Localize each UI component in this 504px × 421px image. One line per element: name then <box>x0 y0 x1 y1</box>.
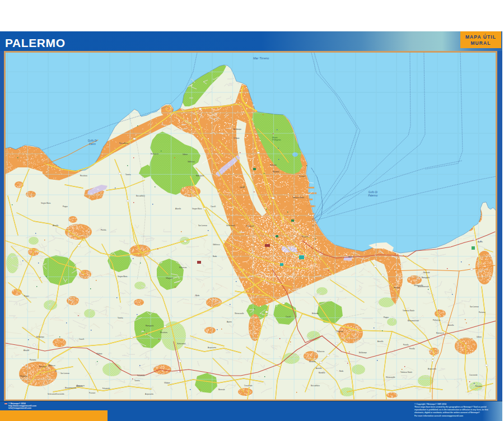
svg-text:Mondello: Mondello <box>309 361 316 363</box>
svg-text:Partanna: Partanna <box>475 385 482 387</box>
svg-text:Brancaccio: Brancaccio <box>77 385 85 387</box>
svg-text:Carini: Carini <box>89 143 96 146</box>
svg-text:Uditore: Uditore <box>240 186 245 189</box>
svg-text:Pioppo: Pioppo <box>24 295 29 297</box>
svg-text:Acquasanta: Acquasanta <box>208 347 216 349</box>
svg-text:Golfo Di: Golfo Di <box>88 139 97 142</box>
svg-text:Romagnolo: Romagnolo <box>196 175 204 177</box>
svg-text:Villagrazia: Villagrazia <box>20 375 27 377</box>
svg-text:Villagrazia: Villagrazia <box>336 330 343 333</box>
svg-text:Falsomiele: Falsomiele <box>246 225 254 227</box>
svg-text:Portella: Portella <box>101 229 106 231</box>
svg-text:Baida: Baida <box>195 294 200 297</box>
svg-text:Tommaso Natale: Tommaso Natale <box>403 310 414 312</box>
svg-text:Settecannoli: Settecannoli <box>177 343 186 345</box>
svg-text:Vergine Maria: Vergine Maria <box>118 275 128 278</box>
svg-text:Aquino: Aquino <box>348 256 353 258</box>
svg-text:Monreale: Monreale <box>218 389 225 391</box>
svg-text:Mezzomonreale: Mezzomonreale <box>418 286 429 288</box>
svg-text:Uditore: Uditore <box>183 153 188 156</box>
svg-text:Brancaccio: Brancaccio <box>436 332 444 334</box>
svg-text:Belmonte: Belmonte <box>312 312 319 315</box>
svg-text:Arenella: Arenella <box>316 367 322 369</box>
svg-text:Acquasanta: Acquasanta <box>145 393 153 395</box>
svg-text:Acquasanta: Acquasanta <box>428 368 436 370</box>
svg-text:Ciaculli: Ciaculli <box>211 205 216 208</box>
svg-text:Resuttana: Resuttana <box>80 175 87 177</box>
svg-text:Gibilrossa: Gibilrossa <box>188 161 195 163</box>
svg-text:Romagnolo: Romagnolo <box>422 277 430 279</box>
svg-text:Aquino: Aquino <box>227 321 232 323</box>
svg-text:Resuttana: Resuttana <box>39 366 46 368</box>
svg-text:Pioppo: Pioppo <box>63 205 68 208</box>
svg-text:Falsomiele: Falsomiele <box>137 375 145 377</box>
svg-text:Pallavicino: Pallavicino <box>433 319 441 321</box>
svg-text:Mar Tirreno: Mar Tirreno <box>253 57 269 60</box>
svg-text:Falsomiele: Falsomiele <box>102 387 110 390</box>
svg-text:Portella: Portella <box>409 348 415 350</box>
svg-text:Settecannoli: Settecannoli <box>48 393 57 395</box>
svg-text:Portella: Portella <box>403 344 409 346</box>
svg-text:San Lorenzo: San Lorenzo <box>198 224 207 227</box>
svg-text:Partanna: Partanna <box>479 311 486 314</box>
svg-text:Arenella: Arenella <box>448 324 454 326</box>
svg-text:Monreale: Monreale <box>394 287 400 289</box>
svg-text:Altarello: Altarello <box>175 208 181 210</box>
svg-text:Pioppo: Pioppo <box>384 316 389 319</box>
svg-text:Aquino: Aquino <box>478 241 483 243</box>
svg-text:Ciaculli: Ciaculli <box>286 316 291 318</box>
svg-text:Arenella: Arenella <box>377 340 384 343</box>
svg-text:Tommaso Natale: Tommaso Natale <box>400 371 412 373</box>
svg-text:Mezzomonreale: Mezzomonreale <box>65 387 76 389</box>
svg-text:Belmonte: Belmonte <box>270 164 277 166</box>
svg-text:Villabate: Villabate <box>234 137 240 139</box>
svg-text:Partanna: Partanna <box>30 359 36 361</box>
svg-text:Monreale: Monreale <box>423 272 430 274</box>
svg-text:Baida: Baida <box>339 370 344 372</box>
svg-text:Torretta: Torretta <box>125 174 131 176</box>
svg-text:Golfo Di: Golfo Di <box>368 191 378 194</box>
svg-text:Uditore: Uditore <box>477 336 482 338</box>
svg-text:Gibilrossa: Gibilrossa <box>213 244 220 246</box>
svg-text:Torretta: Torretta <box>134 380 140 382</box>
svg-text:Altarello: Altarello <box>53 224 59 227</box>
svg-text:Sferracavallo: Sferracavallo <box>235 312 244 315</box>
svg-text:Tommaso Natale: Tommaso Natale <box>292 197 304 199</box>
svg-text:Settecannoli: Settecannoli <box>226 224 235 227</box>
svg-text:Boccadifalco: Boccadifalco <box>311 385 320 387</box>
svg-text:Romagnolo: Romagnolo <box>146 325 154 327</box>
svg-text:Villabate: Villabate <box>164 382 170 384</box>
svg-text:Torretta: Torretta <box>118 317 123 319</box>
svg-text:Boccadifalco: Boccadifalco <box>136 195 145 197</box>
svg-text:San Lorenzo: San Lorenzo <box>60 372 69 375</box>
svg-text:Bellolampo: Bellolampo <box>359 352 367 354</box>
svg-text:Croceverde: Croceverde <box>56 393 64 395</box>
svg-text:Palermo: Palermo <box>368 194 378 197</box>
svg-text:Villagrazia: Villagrazia <box>166 277 173 279</box>
svg-text:Bellolampo: Bellolampo <box>36 336 44 338</box>
svg-text:Ciaculli: Ciaculli <box>79 338 84 340</box>
svg-text:Mezzomonreale: Mezzomonreale <box>408 320 419 322</box>
svg-text:Vergine Maria: Vergine Maria <box>41 202 51 204</box>
svg-text:Sferracavallo: Sferracavallo <box>386 376 395 378</box>
svg-text:Mondello: Mondello <box>319 372 325 374</box>
svg-text:Boccadifalco: Boccadifalco <box>119 142 128 144</box>
svg-text:San Lorenzo: San Lorenzo <box>470 306 479 308</box>
svg-text:Brancaccio: Brancaccio <box>151 153 158 155</box>
svg-text:Baida: Baida <box>213 255 217 258</box>
svg-text:Resuttana: Resuttana <box>160 331 167 334</box>
svg-text:Mondello: Mondello <box>273 171 279 173</box>
svg-text:Ficarazzi: Ficarazzi <box>302 236 309 238</box>
svg-text:Pallavicino: Pallavicino <box>179 266 187 269</box>
svg-text:Croceverde: Croceverde <box>469 374 478 376</box>
svg-text:Croceverde: Croceverde <box>244 385 253 387</box>
svg-text:Pallavicino: Pallavicino <box>317 350 325 353</box>
svg-text:Bellolampo: Bellolampo <box>234 128 241 130</box>
svg-text:Villabate: Villabate <box>96 353 102 355</box>
svg-text:Ficarazzi: Ficarazzi <box>299 175 306 177</box>
svg-text:Altarello: Altarello <box>24 349 30 352</box>
svg-text:Ficarazzi: Ficarazzi <box>89 392 96 394</box>
svg-text:Gibilrossa: Gibilrossa <box>48 364 55 367</box>
svg-text:Pellegrino: Pellegrino <box>272 139 281 141</box>
svg-text:Vergine Maria: Vergine Maria <box>192 208 202 210</box>
